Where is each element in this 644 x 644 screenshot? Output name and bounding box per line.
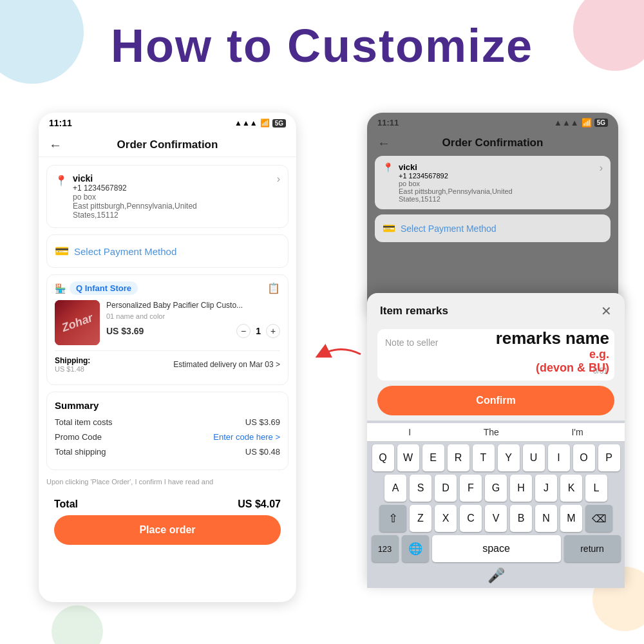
payment-label: Select Payment Method — [74, 246, 176, 257]
emoji-key[interactable]: 🌐 — [402, 535, 429, 562]
status-bar-right: 11:11 ▲▲▲ 📶 5G — [367, 113, 618, 133]
address-card[interactable]: 📍 vicki +1 1234567892 po box East pittsb… — [46, 165, 289, 228]
address-line3-right: States,15112 — [399, 195, 600, 203]
payment-icon: 💳 — [55, 244, 69, 258]
key-U[interactable]: U — [523, 444, 545, 471]
store-name: Q Infant Store — [70, 281, 138, 295]
annotation-eg: e.g. — [429, 348, 609, 361]
space-key[interactable]: space — [432, 535, 561, 562]
key-M[interactable]: M — [560, 505, 582, 532]
key-T[interactable]: T — [473, 444, 495, 471]
summary-value-2: US $0.48 — [245, 447, 280, 457]
key-C[interactable]: C — [460, 505, 482, 532]
product-title: Personalized Baby Pacifier Clip Custo... — [106, 300, 280, 311]
nav-title-right: Order Confirmation — [442, 137, 544, 149]
status-bar-left: 11:11 ▲▲▲ 📶 5G — [39, 113, 296, 133]
arrow-indicator — [316, 341, 367, 367]
address-line2: East pittsburgh,Pennsylvania,United — [73, 202, 277, 211]
disclaimer: Upon clicking 'Place Order', I confirm I… — [46, 475, 289, 488]
store-header: 🏪 Q Infant Store 📋 — [55, 281, 280, 295]
mic-icon[interactable]: 🎤 — [488, 567, 505, 584]
key-A[interactable]: A — [384, 475, 406, 502]
confirm-button[interactable]: Confirm — [377, 386, 614, 415]
note-icon[interactable]: 📋 — [267, 282, 280, 294]
shipping-delivery: Estimated delivery on Mar 03 > — [173, 360, 280, 369]
back-button-left[interactable]: ← — [49, 138, 62, 153]
address-name: vicki — [73, 173, 277, 184]
key-N[interactable]: N — [535, 505, 557, 532]
key-X[interactable]: X — [435, 505, 457, 532]
numbers-key[interactable]: 123 — [372, 535, 399, 562]
key-Y[interactable]: Y — [498, 444, 520, 471]
kb-row-3: ⇧ Z X C V B N M ⌫ — [367, 505, 625, 532]
location-icon: 📍 — [55, 175, 68, 187]
payment-card-right: 💳 Select Payment Method — [375, 214, 611, 242]
key-E[interactable]: E — [422, 444, 444, 471]
address-card-right: 📍 vicki +1 1234567892 po box East pittsb… — [375, 156, 611, 209]
payment-label-right: Select Payment Method — [401, 223, 497, 234]
address-phone-right: +1 1234567892 — [399, 172, 600, 180]
back-button-right[interactable]: ← — [377, 136, 390, 151]
phone-nav-left: ← Order Confirmation — [39, 133, 296, 157]
return-key[interactable]: return — [564, 535, 621, 562]
product-price: US $3.69 — [106, 326, 144, 336]
key-F[interactable]: F — [460, 475, 482, 502]
suggestion-Im[interactable]: I'm — [571, 427, 583, 437]
key-R[interactable]: R — [448, 444, 469, 471]
key-K[interactable]: K — [560, 475, 582, 502]
signal-icon: ▲▲▲ — [234, 118, 258, 128]
address-line2-right: East pittsburgh,Pennsylvania,United — [399, 187, 600, 195]
annotation-devon: (devon & BU) — [429, 361, 609, 375]
shift-key[interactable]: ⇧ — [379, 505, 406, 532]
suggestion-I[interactable]: I — [408, 427, 411, 437]
backspace-key[interactable]: ⌫ — [585, 505, 612, 532]
summary-label-0: Total item costs — [55, 417, 113, 427]
key-Q[interactable]: Q — [372, 444, 394, 471]
suggestion-The[interactable]: The — [484, 427, 499, 437]
summary-section: Summary Total item costs US $3.69 Promo … — [46, 392, 289, 470]
product-info: Personalized Baby Pacifier Clip Custo...… — [106, 300, 280, 338]
remarks-input-area[interactable]: Note to seller 0/51 remarks name e.g. (d… — [377, 329, 614, 381]
5g-icon: 5G — [272, 119, 286, 128]
payment-icon-right: 💳 — [383, 222, 395, 234]
qty-number: 1 — [256, 326, 261, 336]
key-G[interactable]: G — [485, 475, 507, 502]
summary-value-0: US $3.69 — [245, 417, 280, 427]
shipping-row: Shipping: US $1.48 Estimated delivery on… — [55, 350, 280, 378]
key-P[interactable]: P — [598, 444, 620, 471]
key-O[interactable]: O — [573, 444, 595, 471]
key-L[interactable]: L — [585, 475, 607, 502]
wifi-icon: 📶 — [260, 118, 270, 128]
key-B[interactable]: B — [510, 505, 532, 532]
phone-content-left: 📍 vicki +1 1234567892 po box East pittsb… — [39, 157, 296, 553]
summary-row-2: Total shipping US $0.48 — [55, 447, 280, 457]
address-arrow-icon: › — [277, 173, 280, 185]
key-D[interactable]: D — [435, 475, 457, 502]
summary-row-1: Promo Code Enter code here > — [55, 432, 280, 442]
key-V[interactable]: V — [485, 505, 507, 532]
signal-icon-right: ▲▲▲ — [554, 118, 579, 128]
key-W[interactable]: W — [397, 444, 419, 471]
remarks-close-button[interactable]: ✕ — [601, 303, 612, 319]
summary-label-2: Total shipping — [55, 447, 106, 457]
kb-suggestions-row: I The I'm — [367, 423, 625, 442]
key-I[interactable]: I — [548, 444, 570, 471]
qty-decrease-btn[interactable]: − — [236, 324, 251, 338]
5g-icon-right: 5G — [594, 118, 608, 127]
payment-card[interactable]: 💳 Select Payment Method — [46, 234, 289, 268]
address-arrow-right: › — [600, 162, 603, 174]
status-icons-left: ▲▲▲ 📶 5G — [234, 118, 286, 128]
summary-value-1[interactable]: Enter code here > — [213, 432, 280, 442]
qty-increase-btn[interactable]: + — [266, 324, 280, 338]
wifi-icon-right: 📶 — [582, 118, 592, 128]
key-Z[interactable]: Z — [410, 505, 431, 532]
key-S[interactable]: S — [410, 475, 431, 502]
summary-row-0: Total item costs US $3.69 — [55, 417, 280, 427]
kb-row-1: Q W E R T Y U I O P — [367, 444, 625, 471]
place-order-button[interactable]: Place order — [54, 515, 281, 545]
phone-left: 11:11 ▲▲▲ 📶 5G ← Order Confirmation 📍 vi… — [39, 113, 296, 602]
address-name-right: vicki — [399, 162, 600, 172]
key-J[interactable]: J — [535, 475, 557, 502]
total-label: Total — [54, 498, 78, 510]
key-H[interactable]: H — [510, 475, 532, 502]
